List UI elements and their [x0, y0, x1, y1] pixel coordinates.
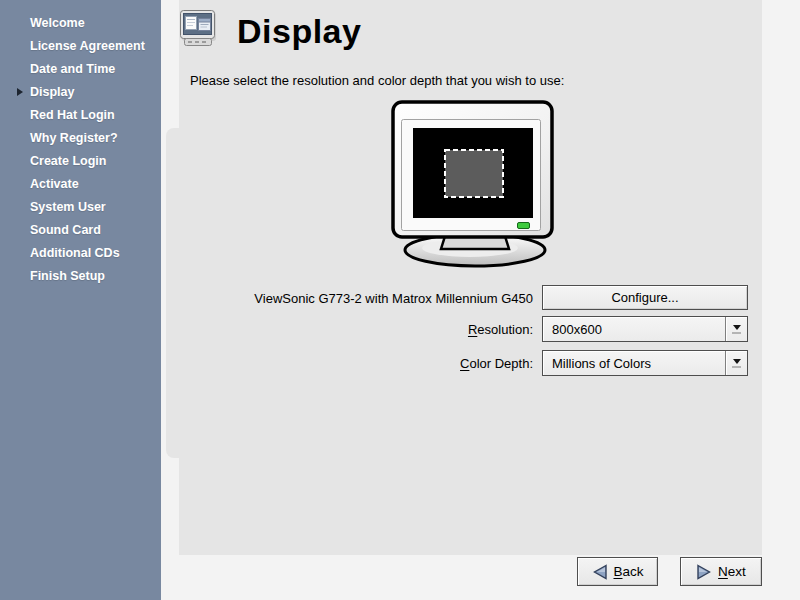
power-led: [518, 223, 530, 229]
sidebar-item-system-user: System User: [0, 196, 161, 219]
next-button[interactable]: Next: [680, 557, 762, 586]
combo-dash-icon: [732, 366, 741, 368]
firstboot-window: Welcome License Agreement Date and Time …: [0, 0, 800, 600]
back-mnemonic: B: [613, 564, 622, 579]
back-arrow-icon: [591, 564, 608, 580]
resolution-value: 800x600: [543, 317, 725, 341]
sidebar-item-red-hat-login: Red Hat Login: [0, 104, 161, 127]
chevron-down-icon: [733, 325, 741, 330]
sidebar-item-label: Sound Card: [30, 223, 101, 237]
configure-button[interactable]: Configure...: [542, 285, 748, 310]
back-label-rest: ack: [623, 564, 644, 579]
next-label-rest: ext: [728, 564, 746, 579]
resolution-combobox[interactable]: 800x600: [542, 316, 748, 342]
sidebar-item-label: Why Register?: [30, 131, 118, 145]
sidebar-item-label: Display: [30, 85, 74, 99]
sidebar-item-date-and-time: Date and Time: [0, 58, 161, 81]
color-depth-combobox[interactable]: Millions of Colors: [542, 350, 748, 376]
color-depth-label: Color Depth:: [178, 356, 533, 371]
sidebar-item-label: Activate: [30, 177, 79, 191]
resolution-label-rest: esolution:: [477, 322, 533, 337]
sidebar-item-license-agreement: License Agreement: [0, 35, 161, 58]
color-depth-mnemonic: C: [460, 356, 469, 371]
configure-button-label: Configure...: [611, 290, 678, 305]
sidebar-item-label: Additional CDs: [30, 246, 120, 260]
color-depth-label-rest: olor Depth:: [469, 356, 533, 371]
crt-monitor-illustration: [388, 98, 562, 270]
back-button[interactable]: Back: [577, 557, 658, 586]
page-title: Display: [237, 12, 361, 51]
next-button-label: Next: [718, 564, 746, 579]
sidebar-item-display: Display: [0, 81, 161, 104]
sidebar-item-welcome: Welcome: [0, 12, 161, 35]
sidebar-item-label: Welcome: [30, 16, 85, 30]
sidebar-item-label: Finish Setup: [30, 269, 105, 283]
sidebar-item-create-login: Create Login: [0, 150, 161, 173]
color-depth-dropdown-button[interactable]: [725, 351, 747, 375]
back-button-label: Back: [613, 564, 643, 579]
resolution-dropdown-button[interactable]: [725, 317, 747, 341]
next-mnemonic: N: [718, 564, 728, 579]
wizard-steps-sidebar: Welcome License Agreement Date and Time …: [0, 0, 161, 600]
next-arrow-icon: [696, 564, 713, 580]
sidebar-item-label: Create Login: [30, 154, 106, 168]
chevron-down-icon: [733, 359, 741, 364]
sidebar-item-why-register: Why Register?: [0, 127, 161, 150]
sidebar-item-additional-cds: Additional CDs: [0, 242, 161, 265]
sidebar-item-label: Date and Time: [30, 62, 115, 76]
wizard-step-list: Welcome License Agreement Date and Time …: [0, 12, 161, 288]
sidebar-item-activate: Activate: [0, 173, 161, 196]
sidebar-item-label: License Agreement: [30, 39, 145, 53]
combo-dash-icon: [732, 332, 741, 334]
sidebar-item-label: Red Hat Login: [30, 108, 115, 122]
sidebar-item-label: System User: [30, 200, 106, 214]
resolution-label: Resolution:: [178, 322, 533, 337]
sidebar-item-sound-card: Sound Card: [0, 219, 161, 242]
active-step-arrow-icon: [17, 88, 23, 96]
resolution-preview-rect: [445, 150, 503, 197]
display-monitor-icon: [179, 8, 217, 52]
instruction-text: Please select the resolution and color d…: [190, 73, 564, 88]
color-depth-value: Millions of Colors: [543, 351, 725, 375]
resolution-mnemonic: R: [468, 322, 477, 337]
device-description-label: ViewSonic G773-2 with Matrox Millennium …: [178, 291, 533, 306]
sidebar-item-finish-setup: Finish Setup: [0, 265, 161, 288]
